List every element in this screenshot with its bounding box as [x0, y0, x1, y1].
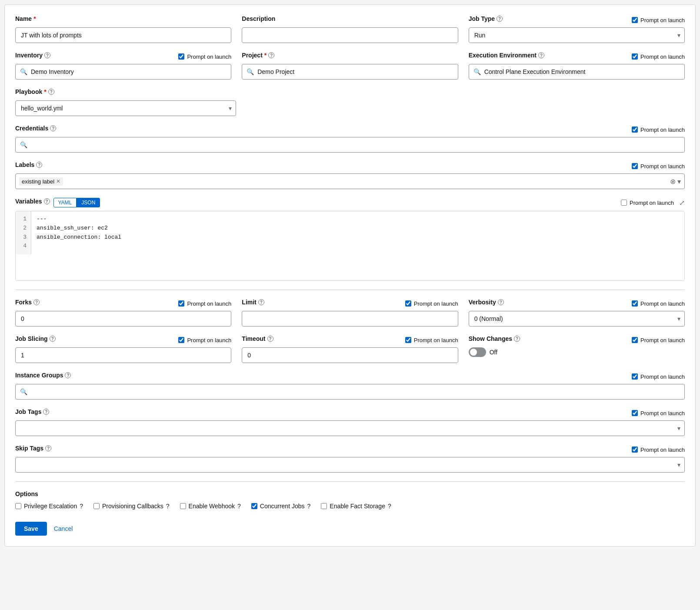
- job-slicing-help-icon[interactable]: ?: [50, 336, 56, 342]
- job-type-prompt-checkbox[interactable]: [632, 17, 638, 23]
- limit-input[interactable]: [242, 311, 458, 327]
- credentials-prompt-checkbox[interactable]: [632, 127, 638, 133]
- privilege-escalation-checkbox[interactable]: [15, 503, 21, 509]
- forks-prompt-checkbox[interactable]: [178, 300, 184, 307]
- timeout-prompt-checkbox[interactable]: [405, 337, 411, 343]
- option-enable-fact-storage[interactable]: Enable Fact Storage ?: [321, 503, 391, 510]
- skip-tags-prompt[interactable]: Prompt on launch: [632, 447, 685, 453]
- instance-groups-prompt[interactable]: Prompt on launch: [632, 373, 685, 380]
- instance-groups-prompt-checkbox[interactable]: [632, 373, 638, 380]
- save-button[interactable]: Save: [15, 522, 47, 536]
- privilege-escalation-help-icon[interactable]: ?: [80, 503, 83, 510]
- labels-prompt[interactable]: Prompt on launch: [632, 163, 685, 170]
- variables-yaml-btn[interactable]: YAML: [53, 198, 77, 207]
- provisioning-callbacks-checkbox[interactable]: [93, 503, 100, 509]
- job-type-help-icon[interactable]: ?: [497, 16, 503, 22]
- options-title: Options: [15, 490, 685, 497]
- verbosity-select[interactable]: 0 (Normal) 1 (Verbose) 2 (More Verbose) …: [469, 311, 685, 327]
- labels-tags-input[interactable]: existing label ✕ ⊗ ▾: [15, 173, 685, 189]
- forks-help-icon[interactable]: ?: [33, 299, 40, 305]
- inventory-prompt-checkbox[interactable]: [178, 53, 184, 60]
- instance-groups-label: Instance Groups ?: [15, 372, 71, 379]
- job-slicing-prompt-checkbox[interactable]: [178, 337, 184, 343]
- label-tag-close-icon[interactable]: ✕: [56, 178, 60, 184]
- labels-prompt-checkbox[interactable]: [632, 163, 638, 169]
- show-changes-toggle[interactable]: [469, 347, 486, 357]
- variables-prompt-checkbox[interactable]: [621, 200, 627, 206]
- variables-format-btn-group: YAML JSON: [53, 198, 100, 207]
- variables-help-icon[interactable]: ?: [44, 198, 50, 204]
- limit-prompt[interactable]: Prompt on launch: [405, 300, 458, 307]
- enable-fact-storage-help-icon[interactable]: ?: [388, 503, 391, 510]
- job-slicing-label: Job Slicing ?: [15, 335, 56, 342]
- credentials-prompt[interactable]: Prompt on launch: [632, 127, 685, 133]
- cancel-button[interactable]: Cancel: [54, 525, 73, 532]
- job-slicing-prompt[interactable]: Prompt on launch: [178, 337, 231, 343]
- name-input[interactable]: [15, 27, 231, 43]
- project-help-icon[interactable]: ?: [268, 52, 274, 58]
- job-tags-prompt-checkbox[interactable]: [632, 410, 638, 416]
- description-input[interactable]: [242, 27, 458, 43]
- job-tags-label: Job Tags ?: [15, 408, 49, 415]
- inventory-help-icon[interactable]: ?: [44, 52, 50, 58]
- inventory-search-wrap: 🔍: [15, 64, 231, 80]
- execution-env-input[interactable]: [484, 68, 680, 75]
- timeout-input[interactable]: [242, 347, 458, 363]
- execution-env-prompt-checkbox[interactable]: [632, 53, 638, 60]
- timeout-prompt[interactable]: Prompt on launch: [405, 337, 458, 343]
- job-slicing-input[interactable]: [15, 347, 231, 363]
- variables-expand-icon[interactable]: ⤢: [679, 199, 685, 207]
- instance-groups-help-icon[interactable]: ?: [65, 372, 71, 378]
- skip-tags-prompt-checkbox[interactable]: [632, 447, 638, 453]
- name-required-star: *: [33, 15, 36, 22]
- credentials-help-icon[interactable]: ?: [50, 125, 56, 131]
- project-input[interactable]: [257, 68, 453, 75]
- timeout-help-icon[interactable]: ?: [267, 336, 273, 342]
- credentials-input[interactable]: [31, 141, 680, 148]
- show-changes-help-icon[interactable]: ?: [514, 336, 520, 342]
- show-changes-slider: [469, 347, 486, 357]
- option-privilege-escalation[interactable]: Privilege Escalation ?: [15, 503, 83, 510]
- execution-env-help-icon[interactable]: ?: [538, 52, 544, 58]
- show-changes-prompt[interactable]: Prompt on launch: [632, 337, 685, 343]
- option-concurrent-jobs[interactable]: Concurrent Jobs ?: [251, 503, 311, 510]
- verbosity-label: Verbosity ?: [469, 299, 504, 306]
- job-tags-help-icon[interactable]: ?: [43, 409, 49, 415]
- verbosity-prompt-checkbox[interactable]: [632, 300, 638, 307]
- labels-clear-icon[interactable]: ⊗: [670, 177, 676, 186]
- instance-groups-input[interactable]: [31, 388, 680, 395]
- skip-tags-help-icon[interactable]: ?: [45, 445, 51, 451]
- playbook-select[interactable]: hello_world.yml: [15, 100, 236, 116]
- execution-env-prompt[interactable]: Prompt on launch: [632, 53, 685, 60]
- playbook-help-icon[interactable]: ?: [48, 89, 54, 95]
- inventory-input[interactable]: [31, 68, 227, 75]
- job-tags-prompt[interactable]: Prompt on launch: [632, 410, 685, 417]
- show-changes-prompt-checkbox[interactable]: [632, 337, 638, 343]
- option-enable-webhook[interactable]: Enable Webhook ?: [180, 503, 241, 510]
- variables-editor-footer: [16, 254, 684, 280]
- variables-json-btn[interactable]: JSON: [77, 198, 100, 207]
- variables-prompt[interactable]: Prompt on launch: [621, 200, 674, 206]
- provisioning-callbacks-help-icon[interactable]: ?: [166, 503, 170, 510]
- concurrent-jobs-checkbox[interactable]: [251, 503, 257, 509]
- option-provisioning-callbacks[interactable]: Provisioning Callbacks ?: [93, 503, 170, 510]
- forks-input[interactable]: [15, 311, 231, 327]
- verbosity-prompt[interactable]: Prompt on launch: [632, 300, 685, 307]
- job-type-prompt[interactable]: Prompt on launch: [632, 17, 685, 23]
- concurrent-jobs-help-icon[interactable]: ?: [307, 503, 311, 510]
- variables-toolbar: Variables ? YAML JSON: [15, 198, 100, 207]
- enable-fact-storage-checkbox[interactable]: [321, 503, 327, 509]
- enable-webhook-help-icon[interactable]: ?: [237, 503, 241, 510]
- limit-prompt-checkbox[interactable]: [405, 300, 411, 307]
- variables-code-content[interactable]: --- ansible_ssh_user: ec2 ansible_connec…: [31, 211, 684, 254]
- forks-prompt[interactable]: Prompt on launch: [178, 300, 231, 307]
- skip-tags-input-area[interactable]: [15, 457, 685, 473]
- enable-webhook-checkbox[interactable]: [180, 503, 186, 509]
- labels-dropdown-icon[interactable]: ▾: [677, 177, 681, 186]
- job-tags-input-area[interactable]: [15, 420, 685, 436]
- limit-help-icon[interactable]: ?: [258, 299, 264, 305]
- inventory-prompt[interactable]: Prompt on launch: [178, 53, 231, 60]
- verbosity-help-icon[interactable]: ?: [498, 299, 504, 305]
- labels-help-icon[interactable]: ?: [36, 162, 42, 168]
- job-type-select[interactable]: Run Check: [469, 27, 685, 43]
